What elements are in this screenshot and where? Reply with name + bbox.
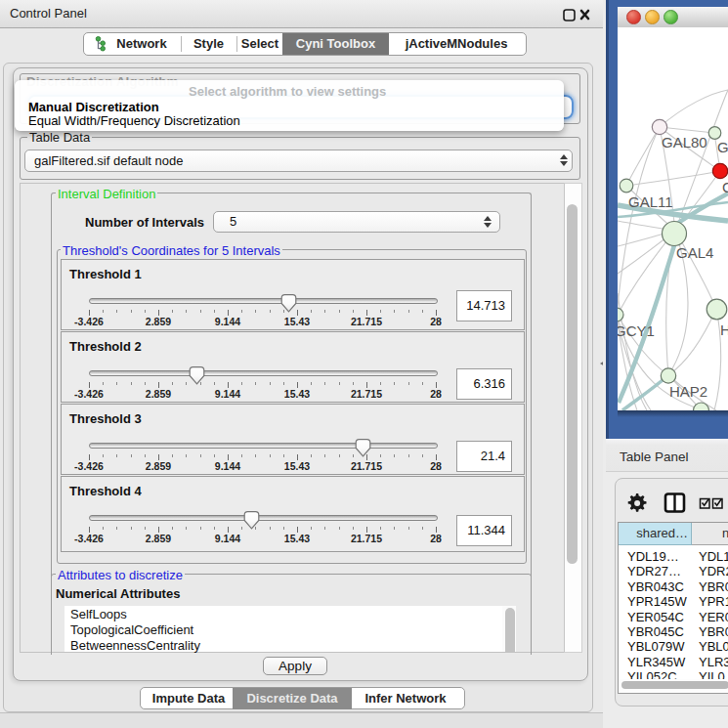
svg-text:GA: GA [717,139,728,155]
svg-text:GCY1: GCY1 [618,322,655,339]
svg-text:H: H [720,321,728,338]
svg-text:GAL80: GAL80 [662,134,707,150]
svg-text:GAL4: GAL4 [676,244,713,261]
svg-text:CY: CY [722,179,728,195]
svg-text:GAL11: GAL11 [628,193,673,210]
svg-text:HAP2: HAP2 [669,383,707,400]
